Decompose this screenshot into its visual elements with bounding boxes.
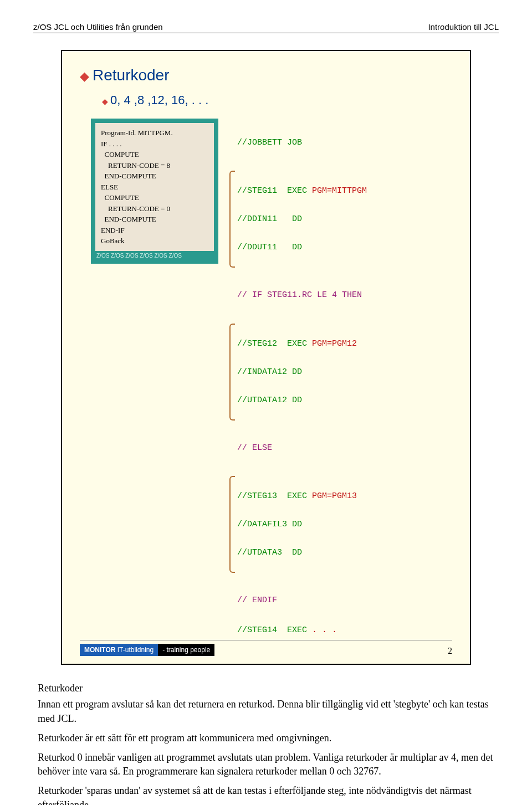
monitor-brand: MONITOR: [84, 646, 115, 654]
cobol-code: Program-Id. MITTPGM. IF . . . . COMPUTE …: [95, 123, 214, 251]
slide-subtitle-text: 0, 4 ,8 ,12, 16, . . .: [110, 93, 208, 107]
body-para: Returkoder är ett sätt för ett program a…: [38, 731, 494, 745]
slide-number: 2: [448, 646, 452, 656]
slide: ◆Returkoder ◆0, 4 ,8 ,12, 16, . . . Prog…: [61, 50, 471, 665]
training-text: - training people: [158, 644, 214, 656]
monitor-badge: MONITOR IT-utbildning - training people: [80, 644, 214, 656]
jcl-group-1: //STEG11 EXEC PGM=MITTPGM //DDIN11 DD //…: [229, 167, 367, 271]
slide-title-text: Returkoder: [93, 66, 170, 84]
jcl-if: // IF STEG11.RC LE 4 THEN: [237, 290, 362, 300]
jcl-line: //UTDATA3 DD: [237, 548, 302, 557]
cobol-box: Program-Id. MITTPGM. IF . . . . COMPUTE …: [91, 119, 218, 264]
diamond-icon: ◆: [80, 69, 89, 83]
header-right: Introduktion till JCL: [428, 22, 499, 32]
body-para: Returkod 0 innebär vanligen att programm…: [38, 751, 494, 778]
jcl-line: //JOBBETT JOB: [237, 138, 302, 147]
jcl-line: //UTDATA12 DD: [237, 396, 302, 405]
jcl-else: // ELSE: [237, 443, 272, 453]
body-para: Returkoder 'sparas undan' av systemet så…: [38, 784, 494, 805]
jcl-line: //DDIN11 DD: [237, 214, 302, 224]
jcl-block: //JOBBETT JOB //STEG11 EXEC PGM=MITTPGM …: [229, 119, 367, 655]
jcl-line: //STEG12 EXEC: [237, 339, 307, 348]
body-para: Innan ett program avslutar så kan det re…: [38, 698, 494, 725]
jcl-param: PGM=PGM13: [307, 491, 357, 501]
header-left: z/OS JCL och Utilities från grunden: [33, 22, 163, 32]
slide-footer: MONITOR IT-utbildning - training people …: [80, 640, 452, 656]
jcl-line: //STEG14 EXEC: [237, 625, 307, 635]
monitor-sub: IT-utbildning: [115, 646, 154, 654]
body-text: Returkoder Innan ett program avslutar så…: [33, 681, 499, 805]
diamond-icon: ◆: [102, 97, 108, 106]
jcl-param: PGM=MITTPGM: [307, 186, 367, 196]
jcl-endif: // ENDIF: [237, 596, 277, 605]
jcl-line: //DATAFIL3 DD: [237, 520, 302, 529]
jcl-line: //STEG13 EXEC: [237, 491, 307, 501]
jcl-line: //DDUT11 DD: [237, 243, 302, 252]
jcl-group-2: //STEG12 EXEC PGM=PGM12 //INDATA12 DD //…: [229, 320, 367, 424]
slide-content: Program-Id. MITTPGM. IF . . . . COMPUTE …: [91, 119, 452, 655]
jcl-param: PGM=PGM12: [307, 339, 357, 348]
body-heading: Returkoder: [38, 681, 494, 695]
jcl-param: . . .: [307, 625, 337, 635]
jcl-line: //INDATA12 DD: [237, 367, 302, 377]
zos-row: Z/OS Z/OS Z/OS Z/OS Z/OS Z/OS: [95, 251, 214, 259]
slide-subtitle: ◆0, 4 ,8 ,12, 16, . . .: [102, 93, 452, 107]
slide-title: ◆Returkoder: [80, 66, 452, 84]
jcl-group-3: //STEG13 EXEC PGM=PGM13 //DATAFIL3 DD //…: [229, 473, 367, 576]
page-header: z/OS JCL och Utilities från grunden Intr…: [33, 22, 499, 33]
jcl-line: //STEG11 EXEC: [237, 186, 307, 196]
